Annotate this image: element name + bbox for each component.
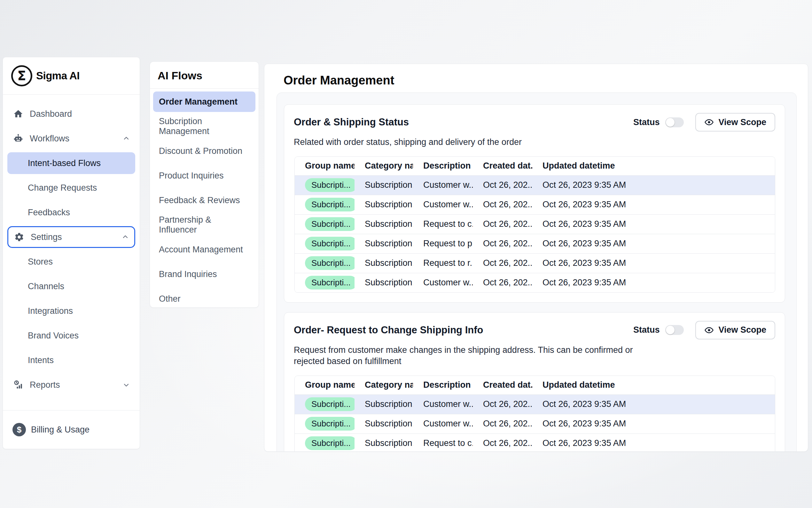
col-category-name: Category na... — [354, 376, 413, 394]
cell-category: Subscription... — [354, 433, 413, 452]
flows-table: Group name Category na... Description Cr… — [294, 376, 775, 452]
toggle-knob — [666, 326, 674, 334]
group-badge: Subcripti... — [305, 217, 354, 231]
col-category-name: Category na... — [354, 157, 413, 175]
table-row[interactable]: Subcripti... Subscription... Request to … — [295, 253, 775, 273]
col-group-name: Group name — [295, 157, 354, 175]
table-row[interactable]: Subcripti... Subscription... Customer w.… — [295, 414, 775, 433]
cell-description: Customer w... — [413, 414, 473, 433]
flow-item-brand-inquiries[interactable]: Brand Inquiries — [153, 264, 255, 284]
ai-flows-panel: AI Flows Order Management Subcription Ma… — [150, 61, 259, 308]
cell-created: Oct 26, 202... — [473, 214, 532, 234]
flow-item-subcription-management[interactable]: Subcription Management — [153, 116, 255, 137]
view-scope-label: View Scope — [718, 325, 766, 335]
sidebar-item-intents[interactable]: Intents — [7, 349, 135, 371]
flow-item-other[interactable]: Other — [153, 289, 255, 309]
table-row[interactable]: Subcripti... Subscription... Customer w.… — [295, 175, 775, 195]
chevron-down-icon — [123, 381, 130, 389]
col-created-datetime: Created dat... — [473, 157, 532, 175]
sidebar-item-reports[interactable]: Reports — [7, 374, 135, 396]
cell-created: Oct 26, 202... — [473, 234, 532, 253]
status-toggle[interactable] — [665, 117, 684, 127]
cell-category: Subscription... — [354, 234, 413, 253]
cell-updated: Oct 26, 2023 9:35 AM — [532, 273, 775, 292]
table-row[interactable]: Subcripti... Subscription... Customer w.… — [295, 394, 775, 414]
cell-updated: Oct 26, 2023 9:35 AM — [532, 253, 775, 273]
card-controls: Status View Scope — [633, 113, 775, 131]
status-label: Status — [633, 325, 660, 335]
sidebar-item-dashboard[interactable]: Dashboard — [7, 103, 135, 125]
cell-category: Subscription... — [354, 214, 413, 234]
toggle-knob — [666, 118, 674, 127]
card-description: Related with order status, shipping and … — [284, 131, 674, 148]
sidebar-item-label: Brand Voices — [28, 331, 79, 341]
col-description: Description — [413, 157, 473, 175]
gear-icon — [13, 231, 25, 243]
flows-group-card: Order & Shipping Status Status View Scop… — [277, 92, 797, 452]
cell-category: Subscription... — [354, 414, 413, 433]
table-row[interactable]: Subcripti... Subscription... Request to … — [295, 214, 775, 234]
cell-description: Customer w... — [413, 394, 473, 414]
sidebar-item-intent-based-flows[interactable]: Intent-based Flows — [7, 152, 135, 174]
flow-item-label: Order Management — [159, 97, 238, 107]
sidebar-item-brand-voices[interactable]: Brand Voices — [7, 325, 135, 346]
flow-item-label: Product Inquiries — [159, 171, 224, 181]
table-row[interactable]: Subcripti... Subscription... Customer w.… — [295, 273, 775, 292]
sidebar-item-feedbacks[interactable]: Feedbacks — [7, 202, 135, 223]
table-row[interactable]: Subcripti... Subscription... Request to … — [295, 433, 775, 452]
flow-item-discount-promotion[interactable]: Discount & Promotion — [153, 141, 255, 161]
cell-category: Subscription... — [354, 175, 413, 195]
flow-item-label: Discount & Promotion — [159, 146, 242, 156]
status-toggle[interactable] — [665, 325, 684, 335]
flow-item-label: Feedback & Reviews — [159, 196, 240, 205]
group-badge: Subcripti... — [305, 417, 354, 431]
sidebar-item-channels[interactable]: Channels — [7, 276, 135, 297]
sidebar-item-integrations[interactable]: Integrations — [7, 300, 135, 322]
view-scope-button[interactable]: View Scope — [695, 321, 775, 339]
sidebar-item-label: Billing & Usage — [31, 425, 90, 435]
flow-item-partnership-influencer[interactable]: Partnership & Influencer — [153, 215, 255, 235]
flow-item-feedback-reviews[interactable]: Feedback & Reviews — [153, 190, 255, 211]
view-scope-button[interactable]: View Scope — [695, 113, 775, 131]
card-title: Order & Shipping Status — [294, 117, 409, 128]
cell-created: Oct 26, 202... — [473, 273, 532, 292]
cell-description: Request to c... — [413, 214, 473, 234]
group-badge: Subcripti... — [305, 256, 354, 270]
table-row[interactable]: Subcripti... Subscription... Customer w.… — [295, 195, 775, 214]
flow-item-product-inquiries[interactable]: Product Inquiries — [153, 165, 255, 186]
group-badge: Subcripti... — [305, 198, 354, 211]
sidebar-item-label: Stores — [28, 257, 53, 267]
col-group-name: Group name — [295, 376, 354, 394]
cell-description: Customer w... — [413, 273, 473, 292]
flow-item-account-management[interactable]: Account Management — [153, 239, 255, 260]
card-header: Order- Request to Change Shipping Info S… — [284, 312, 785, 339]
cell-description: Customer w... — [413, 195, 473, 214]
cell-category: Subscription... — [354, 253, 413, 273]
cell-category: Subscription... — [354, 273, 413, 292]
sidebar-item-billing-usage[interactable]: $ Billing & Usage — [3, 410, 140, 449]
sidebar-item-label: Channels — [28, 282, 64, 291]
cell-created: Oct 26, 202... — [473, 175, 532, 195]
sidebar-item-change-requests[interactable]: Change Requests — [7, 177, 135, 199]
col-description: Description — [413, 376, 473, 394]
home-icon — [12, 108, 24, 120]
table-row[interactable]: Subcripti... Subscription... Request to … — [295, 234, 775, 253]
cell-updated: Oct 26, 2023 9:35 AM — [532, 433, 775, 452]
cell-created: Oct 26, 202... — [473, 433, 532, 452]
sidebar-item-workflows[interactable]: Workflows — [7, 128, 135, 150]
ai-flows-list: Order Management Subcription Management … — [150, 89, 258, 316]
group-badge: Subcripti... — [305, 397, 354, 411]
flow-item-order-management[interactable]: Order Management — [153, 91, 255, 112]
cell-created: Oct 26, 202... — [473, 414, 532, 433]
col-updated-datetime: Updated datetime — [532, 376, 775, 394]
card-controls: Status View Scope — [633, 321, 775, 339]
sidebar: Σ Sigma AI Dashboard Workflows Intent-ba… — [3, 57, 140, 449]
brand-name: Sigma AI — [36, 70, 80, 82]
cell-description: Request to r... — [413, 253, 473, 273]
cell-created: Oct 26, 202... — [473, 195, 532, 214]
sidebar-item-settings[interactable]: Settings — [7, 226, 135, 248]
sidebar-item-label: Workflows — [30, 134, 69, 144]
sigma-logo-icon: Σ — [11, 65, 32, 86]
robot-icon — [12, 133, 24, 144]
sidebar-item-stores[interactable]: Stores — [7, 251, 135, 272]
